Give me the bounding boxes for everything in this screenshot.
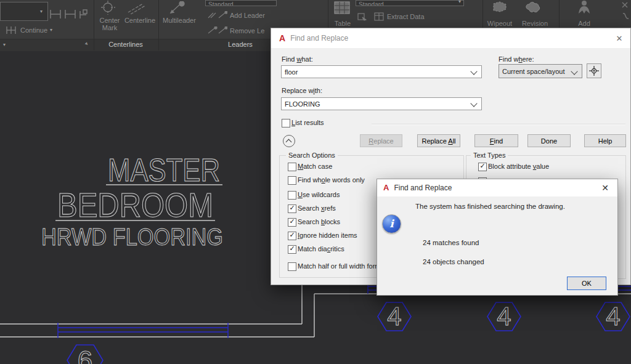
room-label-line2: BEDROOM (57, 185, 213, 224)
use-wildcards-label: Use wildcards (298, 191, 340, 198)
search-blocks-checkbox[interactable] (288, 218, 296, 227)
search-xrefs-label: Search xrefs (298, 204, 336, 212)
chevron-down-icon: ▾ (458, 0, 461, 4)
matches-found-text: 24 matches found (423, 239, 479, 246)
dim-style-combo[interactable]: ▾ (0, 2, 48, 21)
help-button[interactable]: Help (584, 134, 626, 147)
replace-all-button[interactable]: Replace All (417, 134, 460, 147)
chevron-down-icon[interactable] (571, 68, 577, 75)
extract-data-icon (357, 12, 367, 23)
whole-words-checkbox[interactable] (288, 176, 296, 185)
linear-dimension-icon[interactable] (49, 9, 88, 20)
ok-button[interactable]: OK (567, 277, 606, 290)
find-where-label: Find where: (499, 55, 534, 63)
message-title: Find and Replace (394, 184, 452, 192)
chevron-down-icon[interactable] (470, 68, 477, 75)
chevron-down-icon: ▾ (40, 9, 43, 14)
match-case-label: Match case (298, 163, 332, 170)
collapse-options-button[interactable] (283, 135, 295, 147)
centerline-icon (127, 2, 145, 14)
centerlines-panel-label[interactable]: Centerlines (94, 41, 158, 48)
remove-leader-button[interactable]: Remove Le (208, 26, 264, 34)
objects-changed-text: 24 objects changed (423, 258, 484, 265)
replace-button[interactable]: Replace (360, 134, 402, 147)
find-what-input[interactable]: floor (281, 65, 482, 78)
panel-separator (559, 0, 560, 28)
ignore-hidden-checkbox[interactable] (288, 232, 296, 240)
wipeout-button[interactable] (491, 1, 508, 15)
info-icon: i (382, 214, 401, 233)
room-label-line1: MASTER (108, 152, 220, 188)
panel-expand-icon[interactable]: ▾ (3, 42, 6, 47)
find-what-label: Find what: (282, 55, 313, 63)
search-blocks-label: Search blocks (298, 218, 340, 225)
whole-words-label: Find whole words only (298, 176, 365, 184)
add-button[interactable] (577, 0, 592, 17)
centerline-label: Centerline (122, 17, 158, 24)
block-attribute-checkbox[interactable] (478, 163, 487, 171)
continue-dimension-icon (6, 26, 18, 34)
center-mark-label: Center Mark (94, 17, 126, 31)
use-wildcards-checkbox[interactable] (288, 191, 296, 200)
close-icon[interactable]: ✕ (600, 183, 610, 193)
select-objects-button[interactable] (587, 63, 601, 78)
table-style-combo[interactable]: Standard ▾ (356, 0, 464, 6)
add-person-icon (577, 0, 592, 14)
center-mark-button[interactable] (99, 1, 117, 17)
revision-label: Revision (519, 20, 550, 27)
list-results-checkbox[interactable] (282, 119, 290, 127)
message-titlebar[interactable]: A Find and Replace ✕ (377, 179, 617, 196)
wipeout-label: Wipeout (484, 20, 515, 27)
autocad-window: MASTER BEDROOM HRWD FLOORING 4 (0, 0, 631, 364)
done-button[interactable]: Done (527, 134, 571, 147)
center-mark-icon (99, 1, 117, 15)
room-label-line3: HRWD FLOORING (41, 224, 223, 250)
panel-separator (482, 0, 483, 28)
match-case-checkbox[interactable] (288, 163, 296, 171)
find-replace-titlebar[interactable]: A Find and Replace ✕ (271, 28, 630, 48)
wipeout-icon (491, 1, 508, 13)
centerline-button[interactable] (127, 2, 145, 17)
autocad-logo-icon: A (383, 184, 389, 192)
callout-number: 4 (606, 302, 620, 331)
match-width-label: Match half or full width form (298, 262, 381, 270)
match-width-checkbox[interactable] (288, 262, 296, 271)
multileader-icon (169, 1, 187, 14)
search-options-group-label: Search Options (286, 152, 338, 159)
ignore-hidden-label: Ignore hidden items (298, 232, 357, 239)
text-types-group-label: Text Types (471, 152, 508, 159)
find-button[interactable]: Find (474, 134, 518, 147)
revision-cloud-button[interactable] (524, 1, 542, 15)
add-label: Add (573, 20, 595, 27)
separator (372, 124, 625, 125)
list-results-label: List results (291, 119, 324, 126)
replace-with-input[interactable]: FLOORING (281, 97, 482, 110)
continue-dimension-button[interactable]: Continue ▾ (6, 26, 52, 34)
multileader-style-combo[interactable]: Standard (205, 0, 277, 6)
extract-data-table-icon (374, 12, 384, 23)
autocad-logo-icon: A (279, 34, 285, 42)
find-where-select[interactable]: Current space/layout (499, 64, 582, 78)
window-symbol-1 (58, 323, 228, 338)
match-diacritics-checkbox[interactable] (288, 245, 296, 254)
remove-leader-icon (208, 26, 227, 34)
multileader-button[interactable] (169, 1, 187, 17)
table-label: Table (332, 20, 354, 27)
callout-number: 6 (78, 346, 92, 364)
callout-number: 4 (387, 302, 401, 331)
add-leader-button[interactable]: Add Leader (208, 11, 265, 19)
dialog-title: Find and Replace (290, 34, 348, 42)
add-leader-icon (208, 11, 227, 19)
callout-hexagons[interactable]: 4 4 4 6 (67, 302, 630, 364)
chevron-down-icon: ▾ (50, 28, 52, 33)
close-icon[interactable]: ✕ (614, 34, 624, 43)
chevron-down-icon[interactable] (470, 100, 477, 107)
extract-data-button[interactable]: Extract Data (387, 13, 425, 20)
select-objects-crosshair-icon (587, 64, 601, 78)
search-xrefs-checkbox[interactable] (288, 204, 296, 213)
table-button[interactable] (334, 1, 350, 17)
search-finished-dialog: A Find and Replace ✕ i The system has fi… (377, 179, 618, 296)
panel-separator (328, 0, 328, 28)
revision-cloud-icon (524, 1, 542, 13)
match-diacritics-label: Match diacritics (298, 245, 344, 253)
